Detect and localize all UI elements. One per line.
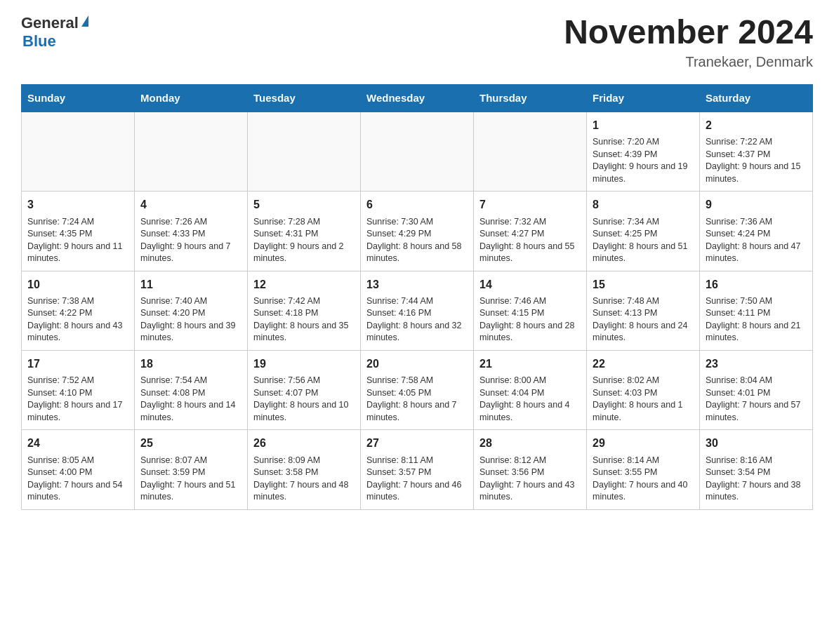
logo: General Blue: [21, 14, 88, 51]
day-info: Sunrise: 7:48 AM Sunset: 4:13 PM Dayligh…: [593, 295, 694, 344]
header-friday: Friday: [587, 84, 700, 112]
day-info: Sunrise: 7:32 AM Sunset: 4:27 PM Dayligh…: [479, 216, 581, 265]
day-info: Sunrise: 8:04 AM Sunset: 4:01 PM Dayligh…: [706, 375, 807, 424]
day-number: 20: [366, 356, 468, 372]
day-number: 11: [140, 277, 241, 293]
day-number: 9: [706, 197, 807, 213]
calendar-cell: 24Sunrise: 8:05 AM Sunset: 4:00 PM Dayli…: [22, 430, 135, 509]
calendar-title: November 2024: [564, 14, 813, 51]
day-info: Sunrise: 7:22 AM Sunset: 4:37 PM Dayligh…: [706, 136, 807, 185]
day-number: 18: [140, 356, 241, 372]
calendar-cell: 12Sunrise: 7:42 AM Sunset: 4:18 PM Dayli…: [248, 271, 361, 350]
logo-general: General: [21, 14, 79, 32]
calendar-week-0: 1Sunrise: 7:20 AM Sunset: 4:39 PM Daylig…: [22, 112, 813, 192]
day-number: 15: [593, 277, 694, 293]
header-wednesday: Wednesday: [361, 84, 474, 112]
calendar-cell: 23Sunrise: 8:04 AM Sunset: 4:01 PM Dayli…: [700, 350, 813, 429]
day-number: 17: [27, 356, 128, 372]
header-monday: Monday: [135, 84, 248, 112]
day-info: Sunrise: 8:16 AM Sunset: 3:54 PM Dayligh…: [706, 455, 807, 504]
header-saturday: Saturday: [700, 84, 813, 112]
calendar-cell: 9Sunrise: 7:36 AM Sunset: 4:24 PM Daylig…: [700, 192, 813, 271]
day-number: 26: [253, 436, 355, 451]
day-number: 27: [366, 436, 468, 451]
calendar-week-2: 10Sunrise: 7:38 AM Sunset: 4:22 PM Dayli…: [22, 271, 813, 350]
calendar-cell: 26Sunrise: 8:09 AM Sunset: 3:58 PM Dayli…: [248, 430, 361, 509]
day-info: Sunrise: 7:36 AM Sunset: 4:24 PM Dayligh…: [706, 216, 807, 265]
day-info: Sunrise: 7:42 AM Sunset: 4:18 PM Dayligh…: [253, 295, 355, 344]
header-sunday: Sunday: [22, 84, 135, 112]
day-number: 14: [479, 277, 581, 293]
day-number: 10: [27, 277, 128, 293]
calendar-cell: 28Sunrise: 8:12 AM Sunset: 3:56 PM Dayli…: [474, 430, 587, 509]
day-info: Sunrise: 7:40 AM Sunset: 4:20 PM Dayligh…: [140, 295, 241, 344]
day-number: 25: [140, 436, 241, 451]
day-number: 16: [706, 277, 807, 293]
day-info: Sunrise: 7:26 AM Sunset: 4:33 PM Dayligh…: [140, 216, 241, 265]
calendar-cell: 17Sunrise: 7:52 AM Sunset: 4:10 PM Dayli…: [22, 350, 135, 429]
calendar-cell: [135, 112, 248, 192]
calendar-cell: 20Sunrise: 7:58 AM Sunset: 4:05 PM Dayli…: [361, 350, 474, 429]
calendar-week-4: 24Sunrise: 8:05 AM Sunset: 4:00 PM Dayli…: [22, 430, 813, 509]
day-info: Sunrise: 7:52 AM Sunset: 4:10 PM Dayligh…: [27, 375, 128, 424]
day-info: Sunrise: 7:50 AM Sunset: 4:11 PM Dayligh…: [706, 295, 807, 344]
calendar-cell: 4Sunrise: 7:26 AM Sunset: 4:33 PM Daylig…: [135, 192, 248, 271]
day-number: 8: [593, 197, 694, 213]
calendar-cell: 3Sunrise: 7:24 AM Sunset: 4:35 PM Daylig…: [22, 192, 135, 271]
day-info: Sunrise: 7:34 AM Sunset: 4:25 PM Dayligh…: [593, 216, 694, 265]
day-number: 19: [253, 356, 355, 372]
day-info: Sunrise: 8:09 AM Sunset: 3:58 PM Dayligh…: [253, 455, 355, 504]
day-number: 29: [593, 436, 694, 451]
day-info: Sunrise: 8:05 AM Sunset: 4:00 PM Dayligh…: [27, 455, 128, 504]
day-info: Sunrise: 7:44 AM Sunset: 4:16 PM Dayligh…: [366, 295, 468, 344]
day-number: 5: [253, 197, 355, 213]
calendar-cell: [361, 112, 474, 192]
day-info: Sunrise: 7:56 AM Sunset: 4:07 PM Dayligh…: [253, 375, 355, 424]
calendar-cell: [248, 112, 361, 192]
calendar-cell: 30Sunrise: 8:16 AM Sunset: 3:54 PM Dayli…: [700, 430, 813, 509]
calendar-cell: [474, 112, 587, 192]
day-number: 7: [479, 197, 581, 213]
calendar-cell: 22Sunrise: 8:02 AM Sunset: 4:03 PM Dayli…: [587, 350, 700, 429]
day-number: 1: [593, 118, 694, 133]
day-info: Sunrise: 8:00 AM Sunset: 4:04 PM Dayligh…: [479, 375, 581, 424]
calendar-cell: 5Sunrise: 7:28 AM Sunset: 4:31 PM Daylig…: [248, 192, 361, 271]
day-number: 21: [479, 356, 581, 372]
header-thursday: Thursday: [474, 84, 587, 112]
day-info: Sunrise: 7:24 AM Sunset: 4:35 PM Dayligh…: [27, 216, 128, 265]
calendar-cell: 27Sunrise: 8:11 AM Sunset: 3:57 PM Dayli…: [361, 430, 474, 509]
day-number: 2: [706, 118, 807, 133]
day-info: Sunrise: 7:46 AM Sunset: 4:15 PM Dayligh…: [479, 295, 581, 344]
day-number: 28: [479, 436, 581, 451]
day-info: Sunrise: 8:11 AM Sunset: 3:57 PM Dayligh…: [366, 455, 468, 504]
day-info: Sunrise: 7:54 AM Sunset: 4:08 PM Dayligh…: [140, 375, 241, 424]
day-info: Sunrise: 8:02 AM Sunset: 4:03 PM Dayligh…: [593, 375, 694, 424]
calendar-cell: 16Sunrise: 7:50 AM Sunset: 4:11 PM Dayli…: [700, 271, 813, 350]
calendar-week-1: 3Sunrise: 7:24 AM Sunset: 4:35 PM Daylig…: [22, 192, 813, 271]
page-header: General Blue November 2024 Tranekaer, De…: [21, 14, 813, 70]
day-info: Sunrise: 7:58 AM Sunset: 4:05 PM Dayligh…: [366, 375, 468, 424]
calendar-cell: 13Sunrise: 7:44 AM Sunset: 4:16 PM Dayli…: [361, 271, 474, 350]
day-info: Sunrise: 8:07 AM Sunset: 3:59 PM Dayligh…: [140, 455, 241, 504]
calendar-cell: 14Sunrise: 7:46 AM Sunset: 4:15 PM Dayli…: [474, 271, 587, 350]
calendar-cell: 7Sunrise: 7:32 AM Sunset: 4:27 PM Daylig…: [474, 192, 587, 271]
calendar-cell: 18Sunrise: 7:54 AM Sunset: 4:08 PM Dayli…: [135, 350, 248, 429]
calendar-cell: 19Sunrise: 7:56 AM Sunset: 4:07 PM Dayli…: [248, 350, 361, 429]
logo-blue: Blue: [22, 32, 56, 51]
calendar-week-3: 17Sunrise: 7:52 AM Sunset: 4:10 PM Dayli…: [22, 350, 813, 429]
header-tuesday: Tuesday: [248, 84, 361, 112]
calendar-cell: 1Sunrise: 7:20 AM Sunset: 4:39 PM Daylig…: [587, 112, 700, 192]
day-number: 24: [27, 436, 128, 451]
calendar-cell: 2Sunrise: 7:22 AM Sunset: 4:37 PM Daylig…: [700, 112, 813, 192]
day-info: Sunrise: 7:28 AM Sunset: 4:31 PM Dayligh…: [253, 216, 355, 265]
calendar-cell: 6Sunrise: 7:30 AM Sunset: 4:29 PM Daylig…: [361, 192, 474, 271]
day-number: 22: [593, 356, 694, 372]
calendar-cell: 11Sunrise: 7:40 AM Sunset: 4:20 PM Dayli…: [135, 271, 248, 350]
calendar-cell: [22, 112, 135, 192]
day-number: 3: [27, 197, 128, 213]
calendar-cell: 21Sunrise: 8:00 AM Sunset: 4:04 PM Dayli…: [474, 350, 587, 429]
title-section: November 2024 Tranekaer, Denmark: [564, 14, 813, 70]
calendar-cell: 10Sunrise: 7:38 AM Sunset: 4:22 PM Dayli…: [22, 271, 135, 350]
day-number: 6: [366, 197, 468, 213]
calendar-subtitle: Tranekaer, Denmark: [564, 54, 813, 70]
